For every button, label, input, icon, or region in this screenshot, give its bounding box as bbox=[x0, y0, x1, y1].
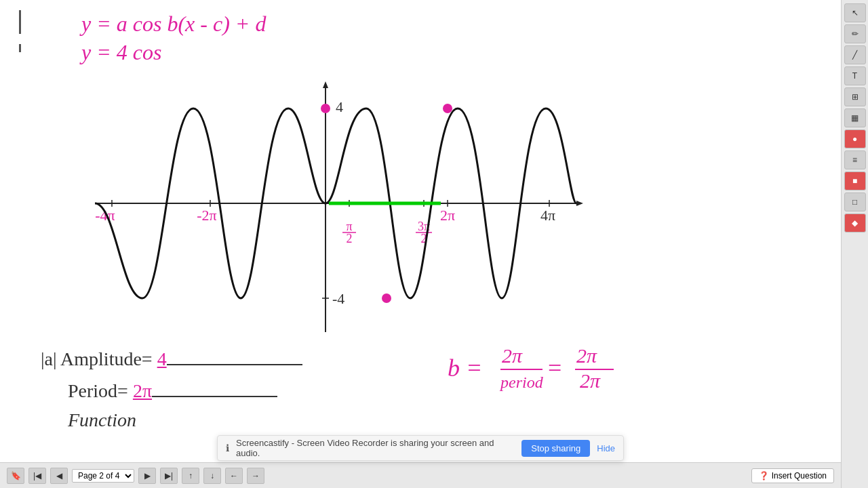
red-tool-1-button[interactable]: ● bbox=[844, 129, 866, 148]
red-tool-2-button[interactable]: ■ bbox=[844, 171, 866, 190]
left-dash-mid bbox=[19, 44, 21, 52]
settings-tool-button[interactable]: ≡ bbox=[844, 150, 866, 169]
insert-question-label: Insert Question bbox=[772, 471, 827, 481]
last-page-button[interactable]: ▶| bbox=[160, 468, 178, 484]
pen-tool-button[interactable]: ✏ bbox=[844, 24, 866, 43]
left-button[interactable]: ← bbox=[225, 468, 243, 484]
equation-line2: y = 4 cos bbox=[81, 39, 266, 67]
svg-text:-2π: -2π bbox=[197, 207, 216, 224]
insert-question-button[interactable]: ❓ Insert Question bbox=[751, 468, 834, 483]
bookmark-button[interactable]: 🔖 bbox=[7, 468, 24, 484]
b-formula-display: b = 2π period = 2π 2π bbox=[448, 339, 665, 403]
left-dash-top bbox=[19, 10, 21, 34]
svg-point-26 bbox=[382, 293, 391, 303]
svg-text:2π: 2π bbox=[440, 207, 455, 224]
red-tool-3-button[interactable]: ◆ bbox=[844, 214, 866, 232]
period-value: 2π bbox=[133, 380, 152, 401]
equation-line1: y = a cos b(x - c) + d bbox=[81, 10, 266, 39]
cursor-tool-button[interactable]: ↖ bbox=[844, 3, 866, 22]
svg-text:2π: 2π bbox=[580, 369, 601, 392]
svg-text:4π: 4π bbox=[540, 207, 555, 224]
svg-text:2: 2 bbox=[347, 232, 353, 245]
amplitude-value: 4 bbox=[157, 348, 167, 369]
whiteboard: y = a cos b(x - c) + d y = 4 cos bbox=[0, 0, 841, 488]
svg-text:-4: -4 bbox=[332, 290, 344, 307]
square-tool-button[interactable]: □ bbox=[844, 192, 866, 211]
text-tool-button[interactable]: T bbox=[844, 66, 866, 85]
graph-area: -4π -2π 4π 2π π 2 3π 2 4 -4 bbox=[61, 68, 590, 339]
notification-text: Screencastify - Screen Video Recorder is… bbox=[236, 438, 515, 458]
svg-text:b =: b = bbox=[448, 354, 482, 382]
up-button[interactable]: ↑ bbox=[182, 468, 199, 484]
svg-text:-4π: -4π bbox=[95, 207, 115, 224]
bottom-math-section: |a| Amplitude= 4 Period= 2π Function b =… bbox=[41, 346, 719, 431]
svg-text:2π: 2π bbox=[576, 344, 597, 367]
b-formula-svg: b = 2π period = 2π 2π bbox=[448, 339, 665, 400]
down-button[interactable]: ↓ bbox=[203, 468, 221, 484]
right-button[interactable]: → bbox=[247, 468, 264, 484]
svg-text:=: = bbox=[548, 354, 561, 382]
nav-bar: 🔖 |◀ ◀ Page 2 of 4 Page 1 of 4 Page 3 of… bbox=[0, 462, 841, 488]
notification-icon: ℹ bbox=[226, 443, 229, 453]
function-label: Function bbox=[68, 409, 719, 431]
svg-text:period: period bbox=[499, 373, 544, 391]
equation-display: y = a cos b(x - c) + d y = 4 cos bbox=[81, 10, 266, 66]
period-label: Period= bbox=[68, 380, 133, 401]
svg-marker-3 bbox=[323, 81, 328, 88]
svg-text:2π: 2π bbox=[502, 344, 523, 367]
graph-svg: -4π -2π 4π 2π π 2 3π 2 4 -4 bbox=[61, 68, 590, 339]
table-tool-button[interactable]: ▦ bbox=[844, 108, 866, 127]
prev-page-button[interactable]: ◀ bbox=[50, 468, 68, 484]
svg-text:π: π bbox=[346, 220, 352, 233]
first-page-button[interactable]: |◀ bbox=[28, 468, 46, 484]
insert-question-icon: ❓ bbox=[759, 471, 769, 481]
notification-bar: ℹ Screencastify - Screen Video Recorder … bbox=[217, 435, 624, 461]
stop-sharing-button[interactable]: Stop sharing bbox=[521, 440, 590, 457]
svg-point-24 bbox=[321, 104, 330, 113]
svg-marker-1 bbox=[576, 201, 583, 206]
grid-tool-button[interactable]: ⊞ bbox=[844, 87, 866, 106]
hide-button[interactable]: Hide bbox=[597, 443, 615, 453]
svg-text:4: 4 bbox=[336, 98, 343, 115]
next-page-button[interactable]: ▶ bbox=[138, 468, 156, 484]
svg-point-25 bbox=[443, 104, 452, 113]
right-toolbar: ↖ ✏ ╱ T ⊞ ▦ ● ≡ ■ □ ◆ bbox=[841, 0, 868, 488]
line-tool-button[interactable]: ╱ bbox=[844, 45, 866, 64]
amplitude-label: |a| Amplitude= bbox=[41, 348, 157, 369]
page-selector[interactable]: Page 2 of 4 Page 1 of 4 Page 3 of 4 Page… bbox=[72, 469, 134, 483]
